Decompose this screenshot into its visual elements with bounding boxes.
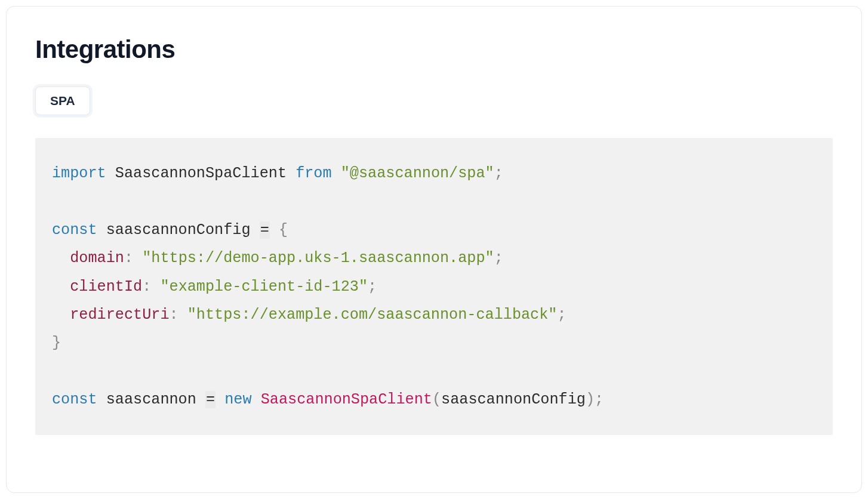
page-title: Integrations — [35, 35, 833, 64]
keyword-const: const — [52, 391, 97, 408]
prop-clientid: clientId — [70, 278, 142, 295]
import-identifier: SaascannonSpaClient — [115, 165, 287, 182]
class-name: SaascannonSpaClient — [261, 391, 432, 408]
keyword-new: new — [224, 391, 251, 408]
lparen: ( — [432, 391, 441, 408]
keyword-from: from — [296, 165, 331, 182]
semicolon: ; — [368, 278, 377, 295]
code-snippet: import SaascannonSpaClient from "@saasca… — [35, 138, 833, 435]
colon: : — [170, 306, 178, 324]
colon: : — [124, 250, 133, 267]
semicolon: ; — [595, 391, 604, 408]
instance-identifier: saascannon — [106, 391, 196, 408]
integrations-card: Integrations SPA import SaascannonSpaCli… — [6, 6, 862, 493]
clientid-string: "example-client-id-123" — [160, 278, 368, 295]
rbrace: } — [52, 334, 61, 352]
equals-operator: = — [260, 221, 270, 239]
semicolon: ; — [494, 165, 503, 182]
tab-row: SPA — [35, 87, 833, 115]
import-source-string: "@saascannon/spa" — [341, 165, 494, 182]
equals-operator: = — [205, 391, 216, 408]
config-identifier: saascannonConfig — [106, 221, 251, 239]
domain-string: "https://demo-app.uks-1.saascannon.app" — [142, 250, 494, 267]
lbrace: { — [279, 221, 288, 239]
arg-identifier: saascannonConfig — [441, 391, 586, 408]
colon: : — [142, 278, 151, 295]
tab-spa[interactable]: SPA — [35, 87, 90, 115]
prop-domain: domain — [70, 250, 124, 267]
prop-redirecturi: redirectUri — [70, 306, 169, 324]
keyword-const: const — [52, 221, 97, 239]
redirecturi-string: "https://example.com/saascannon-callback… — [187, 306, 558, 324]
keyword-import: import — [52, 165, 106, 182]
semicolon: ; — [557, 306, 566, 324]
rparen: ) — [586, 391, 595, 408]
semicolon: ; — [494, 250, 503, 267]
